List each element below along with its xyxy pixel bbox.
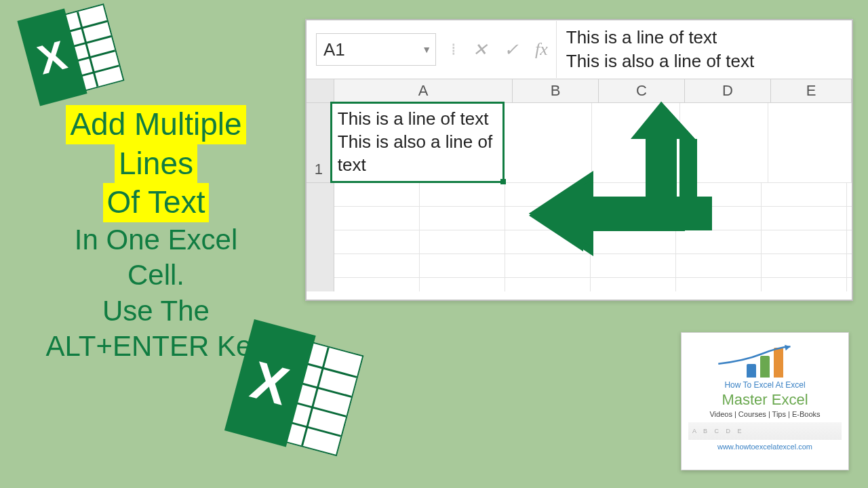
title-line-6: Use The <box>102 293 210 329</box>
formula-bar: A1 ▼ ⁞ ✕ ✓ fx This is a line of text Thi… <box>307 20 852 79</box>
svg-marker-4 <box>785 345 791 351</box>
promo-tagline: How To Excel At Excel <box>688 380 842 390</box>
cell-a1-line1: This is a line of text <box>338 108 497 131</box>
column-headers: A B C D E <box>307 79 852 103</box>
excel-x-letter: X <box>33 31 71 83</box>
title-line-7: ALT+ENTER Key <box>46 329 267 365</box>
cancel-icon[interactable]: ✕ <box>473 39 488 60</box>
promo-url: www.howtoexcelatexcel.com <box>688 443 842 451</box>
excel-screenshot: A1 ▼ ⁞ ✕ ✓ fx This is a line of text Thi… <box>305 19 853 301</box>
col-header-b[interactable]: B <box>513 79 599 102</box>
excel-icon: X <box>17 0 125 106</box>
promo-card: How To Excel At Excel Master Excel Video… <box>681 332 849 470</box>
title-line-2: Lines <box>115 144 197 184</box>
title-block: Add Multiple Lines Of Text In One Excel … <box>20 105 292 365</box>
title-line-1: Add Multiple <box>66 105 245 144</box>
cell-b1[interactable] <box>505 103 593 183</box>
enter-icon[interactable]: ✓ <box>504 39 519 60</box>
formula-line-1: This is a line of text <box>566 26 842 49</box>
promo-sheet-graphic: A B C D E <box>688 422 842 440</box>
row-header-1[interactable]: 1 <box>307 103 332 183</box>
title-line-5: Cell. <box>127 258 184 293</box>
title-line-3: Of Text <box>103 183 210 222</box>
col-header-d[interactable]: D <box>685 79 771 102</box>
formula-line-2: This is also a line of text <box>566 49 842 73</box>
cell-c1[interactable] <box>592 103 680 183</box>
separator-icon: ⁞ <box>451 40 456 59</box>
cell-a1-line2: This is also a line of <box>338 131 497 154</box>
name-box-value: A1 <box>323 39 345 60</box>
promo-chart-icon <box>688 340 842 378</box>
col-header-e[interactable]: E <box>771 79 852 102</box>
promo-headline: Master Excel <box>688 391 842 409</box>
cell-e1[interactable] <box>768 103 852 183</box>
promo-sub: Videos | Courses | Tips | E-Books <box>688 410 842 418</box>
chevron-down-icon[interactable]: ▼ <box>422 44 431 55</box>
grid-remaining <box>307 183 852 291</box>
grid-row-1: 1 This is a line of text This is also a … <box>307 103 852 183</box>
fx-icon[interactable]: fx <box>535 39 548 60</box>
name-box[interactable]: A1 ▼ <box>316 33 436 66</box>
excel-x-letter: X <box>245 348 295 417</box>
cell-a1-line3: text <box>338 154 497 177</box>
col-header-a[interactable]: A <box>334 79 513 102</box>
select-all-corner[interactable] <box>307 79 334 102</box>
cell-d1[interactable] <box>680 103 768 183</box>
col-header-c[interactable]: C <box>599 79 685 102</box>
formula-bar-content[interactable]: This is a line of text This is also a li… <box>556 21 852 78</box>
title-line-4: In One Excel <box>75 222 237 258</box>
cell-a1[interactable]: This is a line of text This is also a li… <box>330 102 505 183</box>
